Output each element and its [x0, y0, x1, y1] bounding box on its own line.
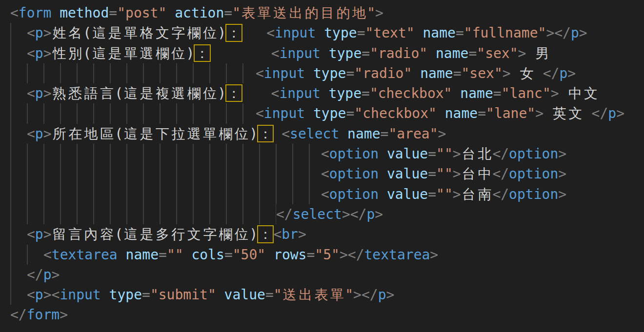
cjk-char: 單 — [123, 43, 139, 63]
code-token — [412, 65, 420, 81]
code-token: p — [378, 287, 386, 303]
code-line-12[interactable]: <p>留言內容(這是多行文字欄位)：<br> — [10, 224, 644, 244]
code-line-9[interactable]: <option value="">台中</option> — [10, 164, 644, 184]
code-token: > — [438, 126, 446, 142]
cjk-char: ： — [258, 224, 273, 244]
code-token: > — [558, 186, 566, 202]
code-token: 所在地區(這是下拉選單欄位) — [52, 126, 258, 142]
code-token: = — [346, 105, 354, 121]
code-token: option — [329, 186, 379, 202]
code-token: "sex" — [477, 45, 518, 61]
code-token — [379, 146, 387, 162]
cjk-char: 這 — [123, 224, 139, 244]
code-token: 男 — [526, 45, 550, 61]
code-token: br — [282, 226, 298, 242]
code-line-7[interactable]: <p>所在地區(這是下拉選單欄位)： <select name="area"> — [10, 124, 644, 144]
code-token: "lanc" — [502, 85, 551, 101]
code-token: > — [453, 166, 461, 182]
code-token: </ — [592, 105, 608, 121]
indent-guides — [10, 23, 27, 43]
code-token: > — [298, 226, 306, 242]
code-token: type — [313, 65, 346, 81]
code-token: p — [571, 25, 579, 41]
cjk-char: 台 — [461, 144, 477, 164]
code-token: "5" — [315, 247, 340, 263]
indent-guides — [10, 265, 27, 285]
code-token: p — [559, 65, 567, 81]
cjk-char: 別 — [67, 43, 83, 63]
cjk-char: 北 — [477, 144, 492, 164]
code-token: "sex" — [461, 65, 502, 81]
code-token: = — [346, 65, 354, 81]
code-token: < — [43, 247, 52, 263]
code-line-1[interactable]: <form method="post" action="表單送出的目的地"> — [10, 3, 644, 23]
code-token: = — [428, 186, 436, 202]
cjk-char: 字 — [202, 224, 218, 244]
code-token — [118, 247, 126, 263]
code-line-10[interactable]: <option value="">台南</option> — [10, 184, 644, 204]
code-token: = — [357, 25, 365, 41]
unicode-highlight-box: ： — [226, 83, 242, 103]
code-token: > — [375, 5, 383, 21]
code-token: ></ — [546, 25, 571, 41]
code-token: select — [290, 126, 339, 142]
code-token: "" — [436, 146, 453, 162]
cjk-char: 位 — [202, 23, 218, 43]
code-line-5[interactable]: <p>熟悉語言(這是複選欄位)：<input type="checkbox" n… — [10, 83, 644, 103]
code-line-6[interactable]: <input type="checkbox" name="lane"> 英文 <… — [10, 103, 644, 123]
code-token: p — [43, 267, 52, 283]
code-token — [51, 5, 60, 21]
code-token: rows — [274, 247, 306, 263]
code-token: 台中 — [461, 166, 493, 182]
cjk-char: 熟 — [52, 83, 67, 103]
unicode-highlight-box: ： — [226, 23, 242, 43]
code-token — [305, 105, 313, 121]
code-token: 女 — [511, 65, 543, 81]
code-token — [415, 25, 423, 41]
code-line-3[interactable]: <p>性別(這是單選欄位)：<input type="radio" name="… — [10, 43, 644, 63]
cjk-char: 悉 — [67, 83, 83, 103]
code-token: < — [321, 186, 329, 202]
code-line-8[interactable]: <option value="">台北</option> — [10, 144, 644, 164]
code-token: = — [224, 247, 233, 263]
code-token: 台北 — [461, 146, 493, 162]
code-line-13[interactable]: <textarea name="" cols="50" rows="5"></t… — [10, 245, 644, 265]
code-line-15[interactable]: <p><input type="submit" value="送出表單"></p… — [10, 285, 644, 305]
code-editor[interactable]: <form method="post" action="表單送出的目的地"><p… — [0, 0, 644, 332]
code-token: = — [468, 45, 477, 61]
code-token: ></ — [340, 247, 364, 263]
code-token: > — [375, 206, 383, 222]
code-line-11[interactable]: </select></p> — [10, 204, 644, 224]
code-token: < — [256, 105, 264, 121]
code-token: = — [493, 85, 502, 101]
code-token: < — [321, 166, 329, 182]
code-token: 中文 — [559, 85, 599, 101]
cjk-char: 下 — [155, 124, 170, 144]
code-token: = — [428, 146, 436, 162]
cjk-char: 姓 — [52, 23, 67, 43]
code-token: = — [159, 247, 167, 263]
code-token: input — [264, 65, 305, 81]
code-line-16[interactable]: </form> — [10, 305, 644, 325]
code-token: > — [386, 287, 394, 303]
cjk-char: 南 — [477, 184, 492, 204]
code-token: < — [27, 287, 35, 303]
code-token: < — [271, 45, 280, 61]
code-token: > — [558, 166, 566, 182]
code-token: name — [460, 85, 493, 101]
code-token: </ — [492, 166, 509, 182]
code-line-14[interactable]: </p> — [10, 265, 644, 285]
code-token: input — [264, 105, 305, 121]
cjk-char: 名 — [67, 23, 83, 43]
code-line-4[interactable]: <input type="radio" name="sex"> 女 </p> — [10, 63, 644, 83]
code-token — [265, 247, 274, 263]
cjk-char: 女 — [519, 63, 535, 83]
code-token: p — [35, 45, 43, 61]
code-token: value — [224, 287, 265, 303]
cjk-char: 行 — [170, 224, 186, 244]
code-token — [273, 126, 282, 142]
cjk-char: 複 — [155, 83, 170, 103]
code-token: "lane" — [486, 105, 535, 121]
code-line-2[interactable]: <p>姓名(這是單格文字欄位)： <input type="text" name… — [10, 23, 644, 43]
code-token — [166, 5, 175, 21]
